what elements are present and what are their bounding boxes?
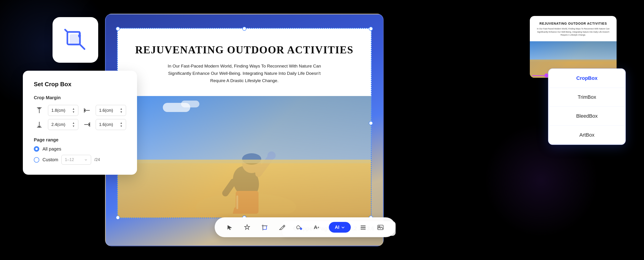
stepper-up[interactable]: ▲ xyxy=(72,122,75,124)
svg-line-3 xyxy=(80,44,84,49)
dropdown-item-bleedbox[interactable]: BleedBox xyxy=(548,107,625,126)
margin-left-input[interactable]: 1.6(cm) ▲ ▼ xyxy=(96,105,126,116)
margin-bottom-input[interactable]: 2.4(cm) ▲ ▼ xyxy=(48,119,78,130)
mini-preview-title: Rejuvenating Outdoor Activities xyxy=(536,21,610,25)
pdf-main-title: Rejuvenating Outdoor Activities xyxy=(131,44,358,56)
margin-right-stepper[interactable]: ▲ ▼ xyxy=(120,122,123,127)
toolbar: A+ AI xyxy=(215,217,396,237)
margin-bottom-stepper[interactable]: ▲ ▼ xyxy=(72,122,75,127)
scene: Rejuvenating Outdoor Activities In Our F… xyxy=(0,0,644,260)
dropdown-item-cropbox[interactable]: CropBox xyxy=(548,69,625,88)
edit-tool-icon[interactable] xyxy=(277,222,287,233)
sky-overlay xyxy=(117,96,372,163)
svg-rect-19 xyxy=(263,226,266,230)
dropdown-item-artbox[interactable]: ArtBox xyxy=(548,126,625,144)
margin-top-icon xyxy=(34,107,45,114)
page-range-input[interactable]: 1–12 xyxy=(62,155,91,165)
main-pdf-card: Rejuvenating Outdoor Activities In Our F… xyxy=(105,14,384,246)
toolbar-inner: A+ AI xyxy=(215,217,396,237)
mini-sky xyxy=(530,41,616,61)
text-add-icon[interactable]: A+ xyxy=(312,222,322,233)
margin-top-input[interactable]: 1.8(cm) ▲ ▼ xyxy=(48,105,78,116)
crop-panel-title: Set Crop Box xyxy=(34,81,126,88)
ai-button[interactable]: AI xyxy=(329,222,351,233)
select-tool-icon[interactable] xyxy=(225,222,235,233)
page-range-label: Page range xyxy=(34,137,126,143)
mini-preview-text-area: Rejuvenating Outdoor Activities In Our F… xyxy=(530,16,616,41)
fill-color-icon[interactable] xyxy=(294,222,304,233)
ai-label: AI xyxy=(335,225,339,230)
pdf-content-area: Rejuvenating Outdoor Activities In Our F… xyxy=(117,28,372,218)
margin-left-stepper[interactable]: ▲ ▼ xyxy=(120,107,123,113)
stepper-down[interactable]: ▼ xyxy=(120,111,123,113)
crop-tool-btn[interactable] xyxy=(260,222,270,233)
custom-label: Custom xyxy=(42,157,58,162)
cloud-2 xyxy=(181,101,199,107)
range-placeholder: 1–12 xyxy=(65,157,74,162)
image-icon[interactable] xyxy=(376,222,386,233)
total-pages: /24 xyxy=(94,157,100,162)
mini-preview-body: In Our Fast-Paced Modern World, Finding … xyxy=(536,27,610,37)
page-range-section: Page range All pages Custom 1–12 /24 xyxy=(34,137,126,165)
pdf-inner: Rejuvenating Outdoor Activities In Our F… xyxy=(106,14,383,246)
custom-range-row[interactable]: Custom 1–12 /24 xyxy=(34,155,126,165)
pdf-subtitle: In Our Fast-Paced Modern World, Finding … xyxy=(167,62,322,85)
sand-overlay xyxy=(117,160,372,218)
connector-line xyxy=(532,75,550,76)
annotation-icon[interactable] xyxy=(242,222,252,233)
svg-rect-24 xyxy=(360,227,366,228)
margin-bottom-icon xyxy=(34,121,45,128)
stepper-down[interactable]: ▼ xyxy=(120,125,123,127)
cropbox-dropdown: CropBox TrimBox BleedBox ArtBox xyxy=(548,68,626,145)
svg-point-22 xyxy=(300,228,302,230)
stepper-up[interactable]: ▲ xyxy=(120,122,123,124)
chevron-down-icon xyxy=(341,226,345,229)
crop-icon-card[interactable] xyxy=(52,17,98,63)
crop-tool-icon xyxy=(64,28,87,51)
pdf-image-section xyxy=(117,96,372,218)
margin-grid: 1.8(cm) ▲ ▼ 1.6(cm) ▲ ▼ xyxy=(34,105,126,130)
custom-radio[interactable] xyxy=(34,157,39,163)
pdf-text-section: Rejuvenating Outdoor Activities In Our F… xyxy=(117,28,372,96)
margin-left-icon xyxy=(82,107,92,114)
all-pages-radio[interactable] xyxy=(34,146,39,152)
stepper-up[interactable]: ▲ xyxy=(72,107,75,110)
crop-panel: Set Crop Box Crop Margin 1.8(cm) ▲ ▼ xyxy=(23,71,137,175)
margin-top-stepper[interactable]: ▲ ▼ xyxy=(72,107,75,113)
all-pages-label: All pages xyxy=(42,146,61,152)
svg-rect-25 xyxy=(360,229,366,230)
margin-right-input[interactable]: 1.6(cm) ▲ ▼ xyxy=(96,119,126,130)
all-pages-row[interactable]: All pages xyxy=(34,146,126,152)
range-chevron-icon xyxy=(84,158,88,162)
list-icon[interactable] xyxy=(358,222,368,233)
svg-line-2 xyxy=(65,30,67,32)
stepper-down[interactable]: ▼ xyxy=(72,125,75,127)
stepper-down[interactable]: ▼ xyxy=(72,111,75,113)
crop-margin-label: Crop Margin xyxy=(34,95,126,100)
stepper-up[interactable]: ▲ xyxy=(120,107,123,110)
svg-rect-23 xyxy=(360,226,366,226)
margin-right-icon xyxy=(82,121,92,128)
dropdown-item-trimbox[interactable]: TrimBox xyxy=(548,88,625,107)
